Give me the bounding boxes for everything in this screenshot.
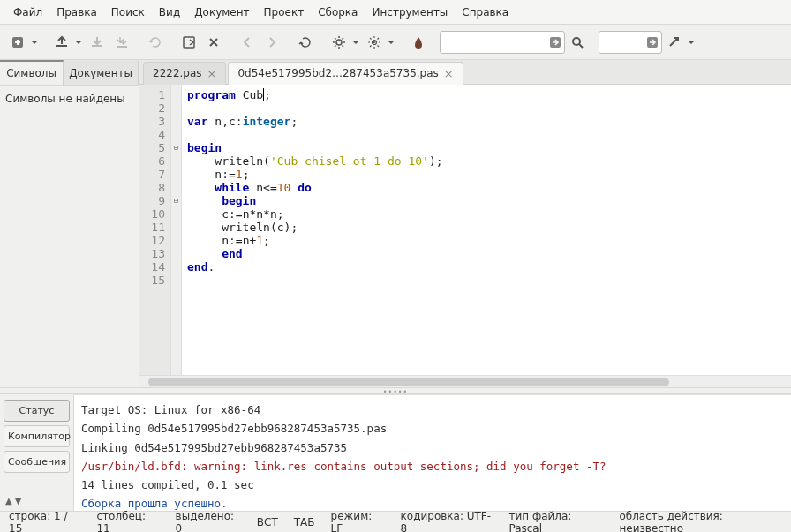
editor-area: 2222.pas×0d54e517995bd2…287453a5735.pas×…: [139, 60, 791, 387]
build-dropdown[interactable]: [350, 30, 362, 55]
sidebar: СимволыДокументы Символы не найдены: [0, 60, 139, 387]
statusbar: строка: 1 / 15 столбец: 11 выделено: 0 В…: [0, 511, 791, 532]
editor-tabstrip: 2222.pas×0d54e517995bd2…287453a5735.pas×: [139, 60, 791, 85]
sidebar-tab-0[interactable]: Символы: [0, 60, 64, 85]
status-encoding: кодировка: UTF-8: [401, 510, 493, 533]
svg-point-2: [336, 40, 342, 45]
build-button[interactable]: [327, 30, 351, 55]
menu-Проект[interactable]: Проект: [258, 4, 311, 20]
horizontal-scrollbar[interactable]: [139, 375, 791, 387]
sidebar-tab-1[interactable]: Документы: [64, 60, 139, 85]
new-file-dropdown[interactable]: [28, 30, 41, 55]
bottom-tab-Статус[interactable]: Статус: [4, 400, 70, 422]
goto-line-input[interactable]: [599, 32, 644, 53]
menubar: ФайлПравкаПоискВидДокументПроектСборкаИн…: [0, 0, 791, 25]
editor-tab-0[interactable]: 2222.pas×: [143, 62, 226, 85]
menu-Файл[interactable]: Файл: [7, 4, 49, 20]
svg-point-5: [573, 38, 580, 45]
goto-button[interactable]: [662, 30, 687, 55]
margin-line: [712, 85, 712, 375]
pane-resizer[interactable]: •••••: [0, 387, 791, 394]
bottom-nav-down[interactable]: ▼: [15, 496, 22, 506]
search-input[interactable]: [441, 32, 546, 53]
status-scope: область действия: неизвестно: [619, 510, 782, 533]
menu-Поиск[interactable]: Поиск: [105, 4, 151, 20]
console-line: Compiling 0d54e517995bd27ebb968287453a57…: [81, 419, 784, 438]
bottom-nav: ▲ ▼: [4, 496, 70, 506]
console-line: /usr/bin/ld.bfd: warning: link.res conta…: [81, 457, 784, 476]
toolbar: [0, 25, 791, 60]
goto-field-wrap: [599, 31, 662, 54]
save-button: [85, 30, 109, 55]
console-line: 14 lines compiled, 0.1 sec: [81, 476, 784, 494]
close-icon[interactable]: ×: [444, 68, 454, 79]
fold-gutter[interactable]: ⊟⊟: [171, 85, 182, 375]
menu-Вид[interactable]: Вид: [153, 4, 186, 20]
nav-forward-button: [260, 30, 284, 55]
status-eol: режим: LF: [331, 510, 385, 533]
close-file-button[interactable]: [201, 30, 226, 55]
bottom-nav-up[interactable]: ▲: [5, 496, 12, 506]
bottom-tab-Сообщения[interactable]: Сообщения: [4, 451, 70, 473]
close-icon[interactable]: ×: [207, 68, 217, 79]
compiler-console[interactable]: Target OS: Linux for x86-64Compiling 0d5…: [74, 394, 791, 511]
clear-search-button[interactable]: [546, 32, 564, 53]
menu-Сборка[interactable]: Сборка: [312, 4, 364, 20]
sidebar-message: Символы не найдены: [0, 86, 139, 112]
bottom-panel: СтатусКомпиляторСообщения ▲ ▼ Target OS:…: [0, 394, 791, 511]
save-all-button: [109, 30, 134, 55]
editor-tab-label: 2222.pas: [153, 67, 202, 79]
new-file-button[interactable]: [5, 30, 30, 55]
menu-Документ[interactable]: Документ: [188, 4, 255, 20]
status-line: строка: 1 / 15: [9, 510, 80, 533]
clear-goto-button[interactable]: [644, 32, 661, 53]
run-dropdown[interactable]: [385, 30, 397, 55]
search-button[interactable]: [565, 30, 590, 55]
code-view[interactable]: program Cub;var n,c:integer;begin writel…: [182, 85, 791, 375]
open-recent-dropdown[interactable]: [72, 30, 85, 55]
main: СимволыДокументы Символы не найдены 2222…: [0, 60, 791, 387]
editor[interactable]: 123456789101112131415 ⊟⊟ program Cub;var…: [139, 85, 791, 375]
bottom-tab-strip: СтатусКомпиляторСообщения ▲ ▼: [0, 394, 74, 511]
color-picker-button[interactable]: [406, 30, 431, 55]
run-button[interactable]: [362, 30, 387, 55]
menu-Правка[interactable]: Правка: [50, 4, 103, 20]
sidebar-tabs: СимволыДокументы: [0, 60, 139, 86]
revert-button: [143, 30, 168, 55]
status-col: столбец: 11: [96, 510, 159, 533]
goto-dropdown[interactable]: [685, 30, 697, 55]
editor-tab-label: 0d54e517995bd2…287453a5735.pas: [237, 67, 438, 79]
console-line: Target OS: Linux for x86-64: [81, 401, 784, 419]
console-line: Linking 0d54e517995bd27ebb968287453a5735: [81, 438, 784, 457]
menu-Справка[interactable]: Справка: [456, 4, 515, 20]
close-tab-button[interactable]: [177, 30, 201, 55]
editor-tab-1[interactable]: 0d54e517995bd2…287453a5735.pas×: [228, 62, 463, 85]
scrollbar-thumb[interactable]: [148, 378, 669, 386]
status-filetype: тип файла: Pascal: [508, 510, 603, 533]
menu-Инструменты[interactable]: Инструменты: [365, 4, 454, 20]
status-insert: ВСТ: [257, 516, 278, 528]
console-line: Сборка прошла успешно.: [81, 494, 784, 511]
line-gutter: 123456789101112131415: [139, 85, 171, 375]
status-sel: выделено: 0: [176, 510, 241, 533]
bottom-tab-Компилятор[interactable]: Компилятор: [4, 425, 70, 447]
nav-back-button: [235, 30, 260, 55]
compile-button[interactable]: [293, 30, 318, 55]
search-field-wrap: [440, 31, 565, 54]
status-tab: ТАБ: [294, 516, 315, 528]
open-file-button[interactable]: [49, 30, 74, 55]
